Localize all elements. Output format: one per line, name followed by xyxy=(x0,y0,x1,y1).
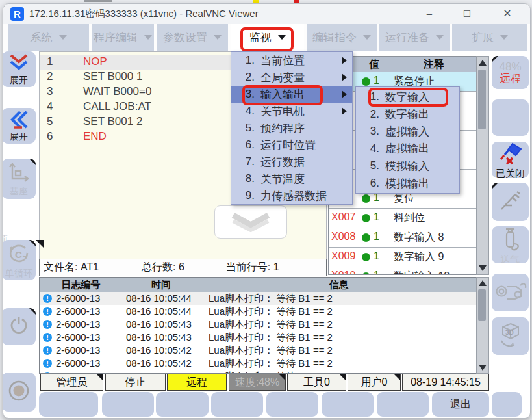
monitor-menu-item-力传感器数据[interactable]: 9.力传感器数据 xyxy=(231,187,352,204)
log-scrollbar[interactable] xyxy=(476,277,489,374)
menu-编辑指令[interactable]: 编辑指令 xyxy=(307,24,377,51)
line-number: 3 xyxy=(47,85,53,98)
monitor-menu-item-全局变量[interactable]: 2.全局变量 xyxy=(231,69,352,86)
right-tool-camera-gripper-icon[interactable] xyxy=(492,274,529,311)
chevron-down-icon xyxy=(59,35,67,40)
monitor-menu-item-当前位置[interactable]: 1.当前位置 xyxy=(231,52,352,69)
left-tool-power-icon[interactable] xyxy=(3,308,36,345)
io-submenu-item-数字输入[interactable]: 1.数字输入 xyxy=(356,88,459,105)
io-submenu-item-虚拟输入[interactable]: 3.虚拟输入 xyxy=(356,123,459,140)
monitor-menu-item-输入输出[interactable]: 3.输入输出 xyxy=(231,86,352,103)
monitor-menu-item-关节电机[interactable]: 4.关节电机 xyxy=(231,103,352,120)
function-key[interactable] xyxy=(102,392,154,417)
info-icon: ! xyxy=(43,320,52,329)
io-table-scrollbar[interactable] xyxy=(476,56,489,275)
function-key[interactable] xyxy=(156,392,209,417)
column-divider xyxy=(390,247,390,267)
io-submenu-item-数字输出[interactable]: 2.数字输出 xyxy=(356,106,459,123)
function-key[interactable] xyxy=(492,392,522,417)
line-number: 6 xyxy=(47,130,53,143)
current-line: 当前行号: 1 xyxy=(226,261,279,274)
menu-item-label: 全局变量 xyxy=(260,70,305,85)
io-row[interactable]: X0071料到位 xyxy=(329,208,477,228)
scrollbar-thumb[interactable] xyxy=(478,289,486,321)
right-tool-blank[interactable] xyxy=(492,99,529,136)
chevron-down-icon xyxy=(144,35,152,40)
io-value: 1 xyxy=(374,270,379,275)
titlebar[interactable]: R 172.16.11.31密码333333 (x11vnc) - RealVN… xyxy=(3,4,530,24)
log-row[interactable]: !2-6000-1308-16 10:05:42Lua脚本打印： 等待 B1 =… xyxy=(40,344,477,357)
io-submenu-item-虚拟输出[interactable]: 4.虚拟输出 xyxy=(356,140,459,157)
menu-监视[interactable]: 监视 xyxy=(231,24,304,51)
status-label: 管理员 xyxy=(57,376,88,389)
function-key[interactable] xyxy=(322,392,374,417)
scroll-down-icon[interactable] xyxy=(479,265,487,271)
desktop-mark xyxy=(84,0,112,2)
status-label: 08-19 14:45:15 xyxy=(411,376,481,388)
log-row[interactable]: !2-6000-1308-16 10:05:43Lua脚本打印： 等待 B1 =… xyxy=(40,331,477,344)
io-row[interactable]: X0101数字输入 10 xyxy=(329,267,477,275)
status-停止[interactable]: 停止 xyxy=(105,374,166,391)
left-tool-record-icon[interactable] xyxy=(3,373,36,412)
window-title: 172.16.11.31密码333333 (x11vnc) - RealVNC … xyxy=(29,8,259,20)
log-row[interactable]: !2-6000-1308-16 10:05:44Lua脚本打印： 等待 B1 =… xyxy=(40,305,477,318)
right-tool-torch-tool-icon[interactable] xyxy=(492,183,529,221)
tool-label: 单循环 xyxy=(5,269,32,278)
io-submenu-item-模拟输出[interactable]: 6.模拟输出 xyxy=(356,175,459,192)
log-row[interactable]: !2-6000-1308-16 10:05:44Lua脚本打印： 等待 B1 =… xyxy=(40,292,477,305)
function-key-退出[interactable]: 退出 xyxy=(432,392,489,417)
menu-item-label: 模拟输入 xyxy=(385,159,429,174)
status-远程[interactable]: 远程 xyxy=(167,374,227,391)
function-key[interactable] xyxy=(211,392,263,417)
monitor-menu-item-预约程序[interactable]: 5.预约程序 xyxy=(231,120,352,137)
status-速度:48%[interactable]: 速度:48% xyxy=(229,374,286,391)
log-time: 08-16 10:05:43 xyxy=(126,319,192,330)
corner-marker-icon xyxy=(29,159,36,165)
status-管理员[interactable]: 管理员 xyxy=(40,374,103,391)
log-row[interactable]: !2-6000-1308-16 10:05:42Lua脚本打印： 等待 B1 =… xyxy=(40,357,477,370)
log-message: Lua脚本打印： 等待 B1 == 2 xyxy=(209,345,333,357)
log-time: 08-16 10:05:42 xyxy=(126,345,192,356)
scrollbar-thumb[interactable] xyxy=(478,70,486,129)
status-dot-icon xyxy=(362,272,370,275)
function-key[interactable] xyxy=(266,392,318,417)
menu-参数设置[interactable]: 参数设置 xyxy=(157,24,228,51)
left-tool-展开[interactable]: 展开 xyxy=(3,51,36,87)
menu-item-number: 2. xyxy=(356,108,379,121)
log-table[interactable]: 日志编号 时间 信息 !2-6000-1308-16 10:05:44Lua脚本… xyxy=(39,277,478,374)
scroll-up-icon[interactable] xyxy=(479,60,487,66)
right-tool-cube-3d-icon[interactable]: 3D xyxy=(492,317,529,355)
io-row[interactable]: X0091数字输入 9 xyxy=(329,247,477,267)
status-08-19 14:45:15[interactable]: 08-19 14:45:15 xyxy=(402,374,489,391)
column-divider xyxy=(390,208,390,228)
function-key[interactable] xyxy=(39,392,98,417)
menu-item-number: 3. xyxy=(356,125,379,138)
right-tool-已关闭[interactable]: 已关闭 xyxy=(492,142,529,178)
left-tool-单循环[interactable]: C单循环 xyxy=(3,240,36,280)
io-submenu-item-模拟输入[interactable]: 5.模拟输入 xyxy=(356,157,459,174)
maximize-button[interactable]: ☐ xyxy=(454,4,480,24)
submenu-arrow-icon xyxy=(342,107,347,115)
status-label: 用户0 xyxy=(361,376,388,389)
left-tool-基座[interactable]: 基座 xyxy=(3,159,36,199)
right-tool-远程[interactable]: 48%远程 xyxy=(492,56,529,89)
scroll-down-icon[interactable] xyxy=(479,365,487,371)
monitor-menu-item-关节温度[interactable]: 8.关节温度 xyxy=(231,170,352,187)
log-row[interactable]: !2-6000-1308-16 10:05:43Lua脚本打印： 等待 B1 =… xyxy=(40,318,477,331)
minimize-button[interactable]: – xyxy=(416,4,442,24)
monitor-menu-item-运行数据[interactable]: 7.运行数据 xyxy=(231,153,352,170)
right-tool-送气[interactable]: 送气 xyxy=(492,226,529,263)
status-用户0[interactable]: 用户0 xyxy=(348,374,401,391)
scroll-page-down-button[interactable] xyxy=(214,205,287,239)
status-工具0[interactable]: 工具0 xyxy=(287,374,346,391)
menu-扩展[interactable]: 扩展 xyxy=(452,24,527,51)
menu-系统[interactable]: 系统 xyxy=(8,24,89,51)
menu-运行准备[interactable]: 运行准备 xyxy=(379,24,450,51)
function-key[interactable] xyxy=(377,392,429,417)
monitor-menu-item-运行时位置[interactable]: 6.运行时位置 xyxy=(231,137,352,153)
io-row[interactable]: X0081数字输入 8 xyxy=(329,228,477,248)
close-button[interactable]: ✕ xyxy=(494,4,520,24)
left-tool-展开[interactable]: 展开 xyxy=(3,108,36,144)
scroll-up-icon[interactable] xyxy=(479,280,487,286)
menu-程序编辑[interactable]: 程序编辑 xyxy=(92,24,154,51)
